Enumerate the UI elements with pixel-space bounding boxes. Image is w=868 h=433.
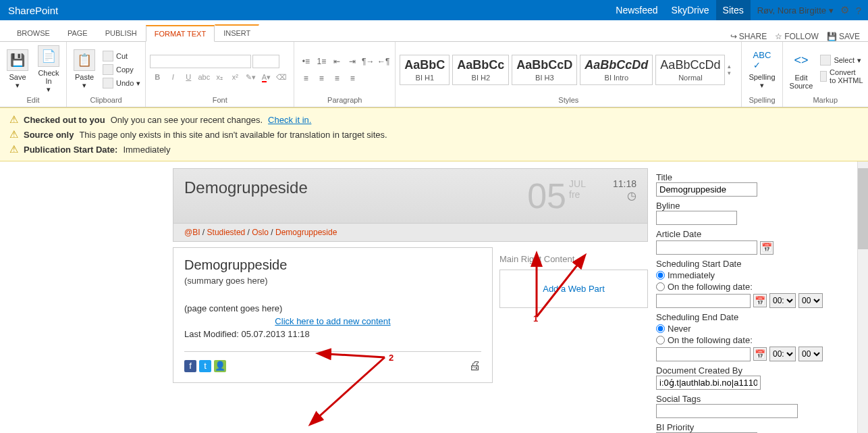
add-webpart-button[interactable]: Add a Web Part — [499, 270, 648, 308]
outdent-button[interactable]: ⇤ — [329, 54, 344, 69]
ribbon-group-spelling-label: Spelling — [744, 96, 779, 105]
indent-button[interactable]: ⇥ — [345, 54, 360, 69]
vertical-scrollbar[interactable] — [857, 161, 868, 433]
style-bi-h1[interactable]: AaBbCBI H1 — [400, 55, 450, 85]
ribbon-group-edit-label: Edit — [3, 96, 63, 105]
breadcrumb-studiested[interactable]: Studiested — [207, 228, 246, 237]
edit-source-button[interactable]: <> Edit Source — [786, 49, 817, 91]
doc-created-input[interactable] — [656, 376, 761, 390]
print-icon[interactable]: 🖨 — [469, 359, 481, 373]
underline-button[interactable]: U — [181, 70, 196, 84]
breadcrumb-current[interactable]: Demogruppeside — [275, 228, 337, 237]
sched-end-label: Scheduling End Date — [656, 312, 859, 322]
convert-icon — [820, 71, 827, 82]
undo-button[interactable]: Undo ▾ — [101, 77, 142, 89]
sched-end-date-radio[interactable] — [656, 336, 665, 345]
save-action[interactable]: 💾 SAVE — [827, 32, 860, 41]
justify-button[interactable]: ≡ — [345, 71, 360, 86]
ribbon-group-font-label: Font — [148, 96, 291, 105]
add-content-link[interactable]: Click here to add new content — [184, 316, 481, 326]
font-color-button[interactable]: A▾ — [259, 70, 273, 84]
spelling-button[interactable]: ABC✓ Spelling▾ — [744, 48, 779, 91]
article-date-input[interactable] — [656, 240, 757, 255]
checkin-button[interactable]: 📄 Check In▾ — [34, 44, 63, 95]
calendar-icon[interactable]: 📅 — [760, 241, 774, 255]
nav-skydrive[interactable]: SkyDrive — [665, 0, 716, 20]
calendar-icon[interactable]: 📅 — [753, 294, 767, 307]
align-center-button[interactable]: ≡ — [314, 71, 329, 86]
align-right-button[interactable]: ≡ — [329, 71, 344, 86]
highlight-button[interactable]: ✎▾ — [243, 70, 258, 84]
user-name[interactable]: Røv, Nora Birgitte ▾ — [757, 5, 834, 16]
ltr-button[interactable]: ¶→ — [360, 54, 375, 69]
sched-start-hour[interactable]: 00: — [769, 293, 796, 308]
checkin-link[interactable]: Check it in. — [268, 115, 311, 125]
breadcrumb-oslo[interactable]: Oslo — [252, 228, 269, 237]
right-webpart-zone: Main Right Content Add a Web Part — [499, 247, 648, 383]
clock-icon: ◷ — [613, 189, 636, 202]
tab-publish[interactable]: PUBLISH — [97, 25, 146, 41]
style-bi-h2[interactable]: AaBbCcBI H2 — [452, 55, 509, 85]
bold-button[interactable]: B — [150, 70, 165, 84]
tab-insert[interactable]: INSERT — [215, 24, 259, 41]
twitter-icon[interactable]: t — [199, 360, 211, 372]
style-bi-intro[interactable]: AaBbCcDdBI Intro — [580, 55, 653, 85]
convert-xhtml-button[interactable]: Convert to XHTML — [818, 68, 865, 85]
tab-page[interactable]: PAGE — [59, 25, 97, 41]
italic-button[interactable]: I — [165, 70, 180, 84]
nav-sites[interactable]: Sites — [716, 0, 751, 20]
styles-expand-button[interactable]: ▴▾ — [728, 63, 737, 76]
sched-start-date-input[interactable] — [656, 294, 751, 308]
social-tags-input[interactable] — [656, 404, 798, 418]
copy-button[interactable]: Copy — [101, 63, 142, 76]
calendar-icon[interactable]: 📅 — [753, 347, 767, 361]
ribbon-group-clipboard-label: Clipboard — [70, 96, 142, 105]
copy-icon — [103, 64, 113, 75]
breadcrumb-bi[interactable]: @BI — [184, 228, 200, 237]
content-placeholder[interactable]: (page content goes here) — [184, 303, 481, 313]
sched-start-immediately-radio[interactable] — [656, 271, 665, 280]
byline-input[interactable] — [656, 211, 737, 225]
font-family-input[interactable] — [150, 55, 251, 68]
share-action[interactable]: ↪ SHARE — [730, 32, 767, 41]
style-normal[interactable]: AaBbCcDdNormal — [655, 55, 725, 85]
numbering-button[interactable]: 1≡ — [314, 54, 329, 69]
paste-button[interactable]: 📋 Paste▾ — [70, 48, 99, 91]
subscript-button[interactable]: x₂ — [212, 70, 227, 84]
style-bi-h3[interactable]: AaBbCcDBI H3 — [512, 55, 577, 85]
ribbon-group-edit: 💾 Save▾ 📄 Check In▾ Edit — [0, 42, 67, 107]
immediately-label: Immediately — [668, 270, 715, 280]
tab-format-text[interactable]: FORMAT TEXT — [146, 25, 215, 42]
follow-action[interactable]: ☆ FOLLOW — [775, 32, 819, 41]
superscript-button[interactable]: x² — [227, 70, 242, 84]
rtl-button[interactable]: ←¶ — [376, 54, 391, 69]
sched-start-min[interactable]: 00 — [798, 293, 823, 308]
align-left-button[interactable]: ≡ — [298, 71, 313, 86]
notice-source-text: This page only exists in this site and i… — [79, 130, 387, 140]
sched-end-never-radio[interactable] — [656, 324, 665, 333]
bullets-button[interactable]: •≡ — [298, 54, 313, 69]
tab-browse[interactable]: BROWSE — [8, 25, 59, 41]
title-input[interactable] — [656, 182, 757, 197]
sched-end-date-input[interactable] — [656, 347, 751, 361]
facebook-icon[interactable]: f — [184, 360, 196, 372]
font-size-input[interactable] — [252, 55, 279, 68]
cut-button[interactable]: Cut — [101, 50, 142, 62]
edit-source-icon: <> — [790, 50, 812, 72]
content-heading[interactable]: Demogruppeside — [184, 257, 481, 273]
ribbon-group-styles-label: Styles — [398, 96, 738, 105]
sched-end-hour[interactable]: 00: — [769, 347, 796, 361]
content-summary[interactable]: (summary goes here) — [184, 276, 481, 286]
save-button[interactable]: 💾 Save▾ — [3, 48, 32, 91]
gear-icon[interactable]: ⚙ — [840, 4, 849, 16]
sched-end-min[interactable]: 00 — [798, 347, 823, 361]
article-date-label: Article Date — [656, 229, 859, 239]
help-icon[interactable]: ? — [856, 5, 861, 16]
nav-newsfeed[interactable]: Newsfeed — [609, 0, 664, 20]
strike-button[interactable]: abc — [196, 70, 211, 84]
select-menu[interactable]: Select ▾ — [818, 54, 865, 66]
clear-format-button[interactable]: ⌫ — [274, 70, 289, 84]
sched-start-date-radio[interactable] — [656, 282, 665, 291]
undo-icon — [103, 78, 113, 88]
share-icon[interactable]: 👤 — [214, 360, 226, 372]
